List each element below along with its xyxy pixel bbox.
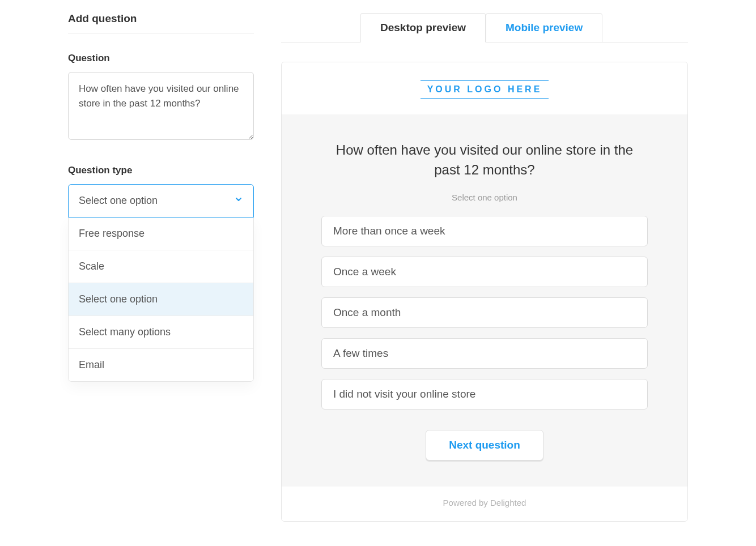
question-type-label: Question type: [68, 165, 254, 176]
tab-desktop-preview[interactable]: Desktop preview: [360, 13, 486, 42]
question-type-options: Free responseScaleSelect one optionSelec…: [68, 217, 254, 382]
question-type-option[interactable]: Scale: [69, 250, 253, 283]
answer-option[interactable]: Once a week: [321, 257, 648, 287]
logo-placeholder: YOUR LOGO HERE: [421, 80, 549, 99]
question-type-selected[interactable]: Select one option: [68, 184, 254, 217]
question-type-option[interactable]: Free response: [69, 217, 253, 250]
answer-option[interactable]: More than once a week: [321, 216, 648, 246]
preview-body: How often have you visited our online st…: [282, 114, 687, 487]
question-type-option[interactable]: Select one option: [69, 283, 253, 316]
preview-header: YOUR LOGO HERE: [282, 62, 687, 114]
question-type-option[interactable]: Select many options: [69, 316, 253, 349]
preview-footer: Powered by Delighted: [282, 487, 687, 521]
question-label: Question: [68, 53, 254, 64]
question-type-selected-label: Select one option: [79, 195, 158, 207]
question-type-dropdown: Select one option Free responseScaleSele…: [68, 184, 254, 382]
answer-option[interactable]: I did not visit your online store: [321, 379, 648, 410]
answer-option[interactable]: Once a month: [321, 297, 648, 328]
preview-card: YOUR LOGO HERE How often have you visite…: [281, 62, 688, 522]
chevron-down-icon: [234, 195, 243, 207]
question-type-option[interactable]: Email: [69, 349, 253, 381]
panel-title: Add question: [68, 12, 254, 33]
preview-question-text: How often have you visited our online st…: [321, 140, 648, 180]
tab-mobile-preview[interactable]: Mobile preview: [486, 13, 602, 42]
preview-tabs: Desktop preview Mobile preview: [281, 12, 688, 42]
next-question-button[interactable]: Next question: [426, 430, 543, 460]
question-input[interactable]: [68, 72, 254, 140]
editor-panel: Add question Question Question type Sele…: [68, 12, 254, 382]
preview-panel: Desktop preview Mobile preview YOUR LOGO…: [281, 12, 688, 522]
preview-instruction: Select one option: [321, 193, 648, 202]
answer-option[interactable]: A few times: [321, 338, 648, 369]
